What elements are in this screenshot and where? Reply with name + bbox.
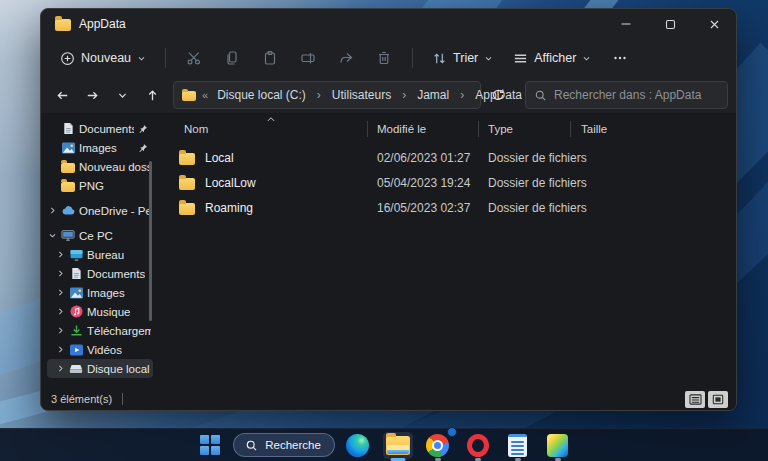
chevron-right-icon[interactable] — [55, 326, 65, 335]
rename-button[interactable] — [290, 44, 326, 72]
file-row-local[interactable]: Local 02/06/2023 01:27 Dossier de fichie… — [153, 145, 736, 170]
sidebar-item-disque-local-c[interactable]: Disque local (C:) — [47, 359, 153, 378]
close-button[interactable] — [692, 9, 736, 39]
sidebar-item-musique[interactable]: Musique — [47, 302, 153, 321]
share-button[interactable] — [328, 44, 364, 72]
file-name: LocalLow — [205, 176, 256, 190]
details-view-button[interactable] — [685, 391, 705, 408]
recent-locations-button[interactable] — [109, 82, 135, 108]
breadcrumb-item[interactable]: Disque local (C:) — [214, 87, 309, 103]
chevron-right-icon[interactable] — [55, 288, 65, 297]
taskbar-opera[interactable] — [461, 429, 495, 461]
breadcrumb-item[interactable]: Jamal — [414, 87, 452, 103]
search-input[interactable] — [554, 88, 719, 102]
forward-button[interactable] — [79, 82, 105, 108]
sidebar-scrollbar[interactable] — [149, 161, 152, 321]
running-app-indicator — [475, 458, 481, 461]
sidebar-item-images-pinned[interactable]: Images — [47, 138, 153, 157]
chevron-down-icon — [484, 54, 493, 63]
large-icons-view-icon — [712, 394, 724, 405]
column-header-name[interactable]: Nom — [153, 117, 368, 141]
sidebar-item-label: Ce PC — [79, 230, 113, 242]
start-button[interactable] — [193, 429, 227, 461]
file-row-locallow[interactable]: LocalLow 05/04/2023 19:24 Dossier de fic… — [153, 170, 736, 195]
pin-icon — [138, 124, 151, 134]
file-type: Dossier de fichiers — [479, 151, 571, 165]
title-bar[interactable]: AppData — [41, 9, 736, 39]
sidebar-item-nouveau-dossier[interactable]: Nouveau dossier — [47, 157, 153, 176]
sidebar-item-videos[interactable]: Vidéos — [47, 340, 153, 359]
taskbar-photos-app[interactable] — [541, 429, 575, 461]
search-box[interactable] — [525, 81, 728, 109]
up-button[interactable] — [139, 82, 165, 108]
taskbar-edge[interactable] — [341, 429, 375, 461]
chevron-right-icon[interactable] — [55, 345, 65, 354]
music-icon — [69, 305, 83, 319]
refresh-button[interactable] — [485, 82, 511, 108]
status-bar: 3 élément(s) — [41, 388, 736, 410]
sort-button-label: Trier — [453, 51, 478, 65]
breadcrumb-separator-icon[interactable]: › — [400, 88, 408, 102]
video-icon — [69, 343, 83, 357]
more-options-button[interactable] — [602, 44, 638, 72]
breadcrumb-item[interactable]: Utilisateurs — [329, 87, 394, 103]
breadcrumb-collapsed-marker[interactable]: « — [202, 89, 208, 101]
paste-button[interactable] — [252, 44, 288, 72]
sidebar-item-label: Nouveau dossier — [79, 161, 151, 173]
onedrive-cloud-icon — [61, 204, 75, 218]
new-button[interactable]: Nouveau — [51, 46, 155, 71]
cut-button[interactable] — [176, 44, 212, 72]
sidebar-item-onedrive[interactable]: OneDrive - Person — [47, 201, 153, 220]
sidebar-item-ce-pc[interactable]: Ce PC — [47, 226, 153, 245]
sidebar-item-png[interactable]: PNG — [47, 176, 153, 195]
sidebar-item-label: Images — [79, 142, 117, 154]
search-icon — [534, 89, 547, 102]
address-bar[interactable]: « Disque local (C:) › Utilisateurs › Jam… — [173, 81, 481, 109]
photos-app-icon — [547, 434, 568, 457]
taskbar-file-explorer[interactable] — [381, 429, 415, 461]
sidebar-item-documents[interactable]: Documents — [47, 264, 153, 283]
folder-icon — [55, 19, 71, 31]
copy-button[interactable] — [214, 44, 250, 72]
chrome-icon — [426, 434, 449, 457]
taskbar-chrome[interactable] — [421, 429, 455, 461]
chevron-right-icon[interactable] — [55, 307, 65, 316]
ellipsis-icon — [612, 50, 628, 66]
folder-icon — [179, 153, 195, 165]
active-app-indicator — [390, 458, 405, 461]
column-header-size[interactable]: Taille — [571, 117, 736, 141]
taskbar-search-label: Recherche — [265, 439, 321, 451]
breadcrumb-separator-icon[interactable]: › — [315, 88, 323, 102]
view-lines-icon — [513, 51, 528, 66]
running-app-indicator — [435, 458, 441, 461]
column-header-type[interactable]: Type — [479, 117, 571, 141]
taskbar-notepad[interactable] — [501, 429, 535, 461]
large-icons-view-button[interactable] — [708, 391, 728, 408]
running-app-indicator — [555, 458, 561, 461]
folder-icon — [182, 91, 196, 101]
sidebar-item-bureau[interactable]: Bureau — [47, 245, 153, 264]
document-icon — [69, 267, 83, 281]
sort-button[interactable]: Trier — [423, 46, 502, 71]
drive-icon — [69, 362, 83, 376]
sidebar-item-documents-pinned[interactable]: Documents — [47, 119, 153, 138]
chevron-right-icon[interactable] — [55, 269, 65, 278]
minimize-button[interactable] — [604, 9, 648, 39]
sidebar-item-images[interactable]: Images — [47, 283, 153, 302]
view-button[interactable]: Afficher — [504, 46, 600, 71]
maximize-button[interactable] — [648, 9, 692, 39]
breadcrumb-separator-icon[interactable]: › — [458, 88, 466, 102]
file-row-roaming[interactable]: Roaming 16/05/2023 02:37 Dossier de fich… — [153, 195, 736, 220]
sidebar-item-telechargements[interactable]: Téléchargements — [47, 321, 153, 340]
chevron-right-icon[interactable] — [55, 364, 65, 373]
delete-button[interactable] — [366, 44, 402, 72]
back-button[interactable] — [49, 82, 75, 108]
file-explorer-icon — [386, 436, 410, 455]
copy-icon — [224, 50, 240, 66]
notepad-icon — [508, 434, 527, 457]
column-header-modified[interactable]: Modifié le — [368, 117, 479, 141]
chevron-down-icon[interactable] — [47, 231, 57, 240]
chevron-right-icon[interactable] — [55, 250, 65, 259]
chevron-right-icon[interactable] — [47, 206, 57, 215]
taskbar-search[interactable]: Recherche — [233, 433, 335, 457]
